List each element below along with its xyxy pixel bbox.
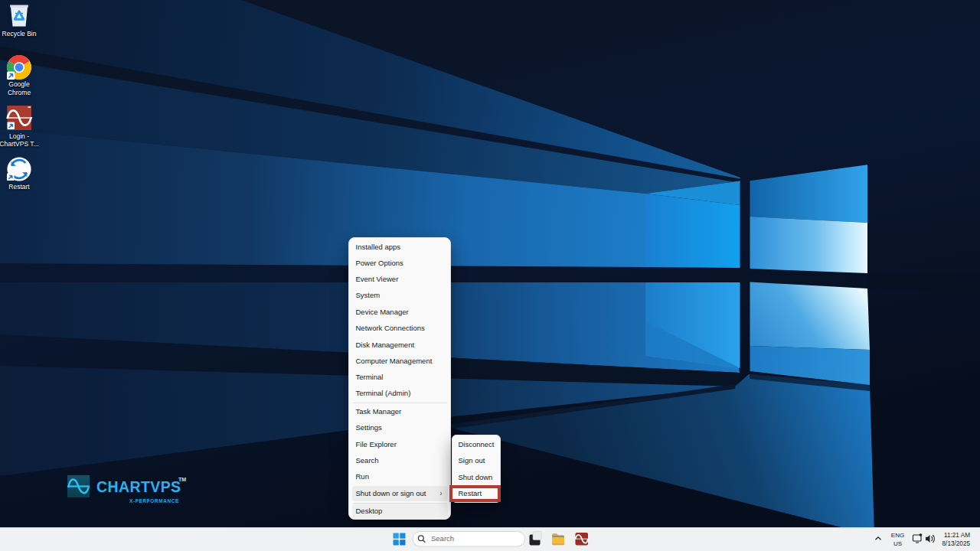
svg-text:US: US <box>893 540 902 547</box>
svg-text:Search: Search <box>431 534 454 543</box>
svg-text:X-PERFORMANCE: X-PERFORMANCE <box>129 498 179 504</box>
svg-text:TM: TM <box>178 477 186 482</box>
svg-text:8/13/2025: 8/13/2025 <box>942 540 971 547</box>
svg-text:11:21 AM: 11:21 AM <box>944 532 970 539</box>
svg-text:ENG: ENG <box>891 532 904 539</box>
svg-text:CHARTVPS: CHARTVPS <box>96 478 181 495</box>
